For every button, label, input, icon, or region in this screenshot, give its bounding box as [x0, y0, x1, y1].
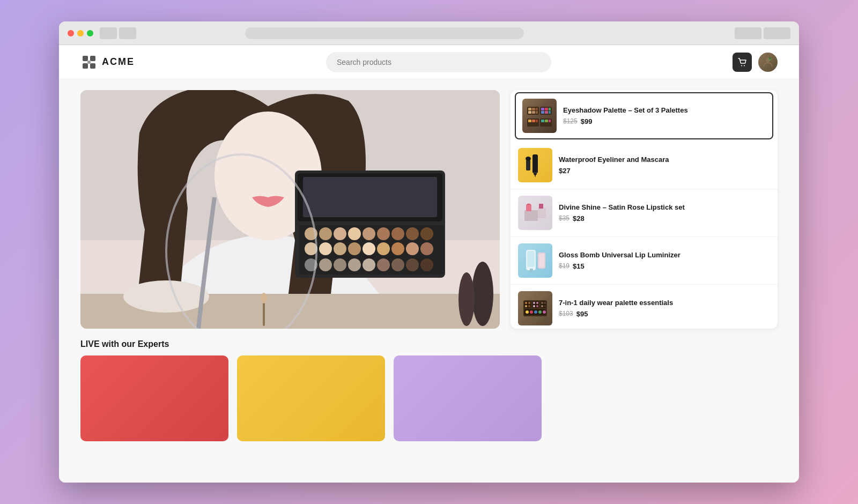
product-item-4[interactable]: Gloss Bomb Universal Lip Luminizer $19 $…	[511, 237, 778, 285]
product-item-1[interactable]: Eyeshadow Palette – Set of 3 Palettes $1…	[515, 92, 773, 139]
svg-rect-69	[528, 120, 531, 122]
svg-rect-60	[536, 111, 538, 114]
svg-point-23	[348, 227, 361, 240]
svg-rect-66	[545, 111, 548, 114]
user-avatar[interactable]	[758, 53, 778, 72]
svg-point-27	[406, 227, 419, 240]
svg-rect-71	[536, 120, 538, 122]
svg-rect-55	[528, 108, 531, 110]
svg-rect-64	[549, 108, 551, 110]
svg-point-26	[391, 227, 404, 240]
product-item-5[interactable]: 7-in-1 daily wear palette essentials $10…	[511, 285, 778, 329]
logo-area: ACME	[80, 54, 145, 71]
svg-point-102	[544, 302, 546, 304]
sale-price-3: $28	[573, 214, 585, 223]
svg-point-110	[543, 310, 546, 314]
svg-point-107	[530, 310, 533, 314]
nav-buttons	[100, 27, 136, 39]
svg-point-22	[334, 227, 346, 240]
forward-button[interactable]	[119, 27, 136, 39]
svg-rect-76	[532, 154, 538, 173]
svg-rect-83	[539, 204, 543, 209]
live-card-1[interactable]	[80, 355, 228, 441]
product-item-2[interactable]: Waterproof Eyeliner and Mascara $27	[511, 142, 778, 189]
svg-point-104	[544, 305, 546, 307]
product-thumb-5	[518, 291, 552, 325]
svg-point-101	[541, 302, 543, 304]
back-button[interactable]	[100, 27, 117, 39]
original-price-5: $103	[559, 310, 573, 317]
product-price-5: $103 $95	[559, 310, 770, 318]
svg-rect-57	[536, 108, 538, 110]
product-item-3[interactable]: Divine Shine – Satin Rose Lipstick set $…	[511, 189, 778, 237]
svg-rect-56	[532, 108, 535, 110]
svg-rect-70	[532, 120, 535, 122]
live-card-2[interactable]	[237, 355, 385, 441]
site-header: ACME	[59, 45, 799, 79]
svg-point-103	[541, 305, 543, 307]
main-area: Eyeshadow Palette – Set of 3 Palettes $1…	[59, 79, 799, 483]
live-card-3[interactable]	[394, 355, 542, 441]
svg-point-49	[458, 272, 475, 326]
maximize-button[interactable]	[87, 30, 93, 36]
header-actions	[733, 53, 778, 72]
svg-rect-3	[90, 63, 95, 69]
live-cards	[80, 355, 778, 441]
svg-point-97	[536, 302, 538, 304]
svg-point-41	[348, 258, 361, 271]
svg-point-98	[533, 305, 535, 307]
svg-point-79	[526, 157, 531, 161]
svg-point-43	[377, 258, 390, 271]
product-thumb-2	[518, 148, 552, 182]
search-bar	[156, 52, 722, 72]
product-info-1: Eyeshadow Palette – Set of 3 Palettes $1…	[563, 106, 766, 125]
svg-point-91	[525, 302, 527, 304]
sale-price-4: $15	[573, 262, 585, 270]
logo-text: ACME	[102, 56, 135, 68]
svg-rect-2	[83, 63, 88, 69]
svg-point-108	[534, 310, 537, 314]
svg-point-93	[525, 305, 527, 307]
product-thumb-4	[518, 243, 552, 278]
product-info-4: Gloss Bomb Universal Lip Luminizer $19 $…	[559, 251, 770, 270]
cart-icon[interactable]	[733, 53, 752, 72]
search-input[interactable]	[326, 52, 551, 72]
product-info-2: Waterproof Eyeliner and Mascara $27	[559, 155, 770, 175]
sale-price-1: $99	[581, 117, 593, 125]
svg-rect-81	[526, 205, 531, 211]
product-thumb-3	[518, 196, 552, 230]
browser-window: ACME	[59, 21, 799, 483]
minimize-button[interactable]	[77, 30, 84, 36]
svg-rect-58	[528, 111, 531, 114]
svg-rect-87	[539, 254, 544, 268]
original-price-3: $35	[559, 214, 569, 222]
share-button[interactable]	[735, 27, 761, 39]
address-bar[interactable]	[245, 27, 524, 39]
product-name-2: Waterproof Eyeliner and Mascara	[559, 155, 770, 165]
svg-rect-62	[541, 108, 544, 110]
svg-point-40	[334, 258, 346, 271]
product-info-5: 7-in-1 daily wear palette essentials $10…	[559, 299, 770, 318]
sale-price-5: $95	[576, 310, 588, 318]
product-list: Eyeshadow Palette – Set of 3 Palettes $1…	[511, 90, 778, 329]
svg-point-94	[528, 305, 530, 307]
product-price-2: $27	[559, 167, 770, 175]
svg-point-46	[420, 258, 433, 271]
product-name-1: Eyeshadow Palette – Set of 3 Palettes	[563, 106, 766, 115]
svg-point-6	[744, 65, 745, 66]
svg-rect-67	[549, 111, 551, 114]
add-button[interactable]	[764, 27, 790, 39]
original-price-4: $19	[559, 262, 569, 270]
browser-chrome	[59, 21, 799, 45]
svg-rect-73	[541, 120, 544, 122]
svg-point-48	[472, 262, 493, 326]
close-button[interactable]	[68, 30, 74, 36]
traffic-lights	[68, 30, 93, 36]
svg-rect-1	[90, 56, 95, 61]
svg-point-25	[377, 227, 390, 240]
svg-rect-63	[545, 108, 548, 110]
svg-point-24	[363, 227, 375, 240]
svg-rect-65	[541, 111, 544, 114]
product-thumb-1	[522, 99, 557, 133]
svg-point-33	[363, 242, 375, 255]
